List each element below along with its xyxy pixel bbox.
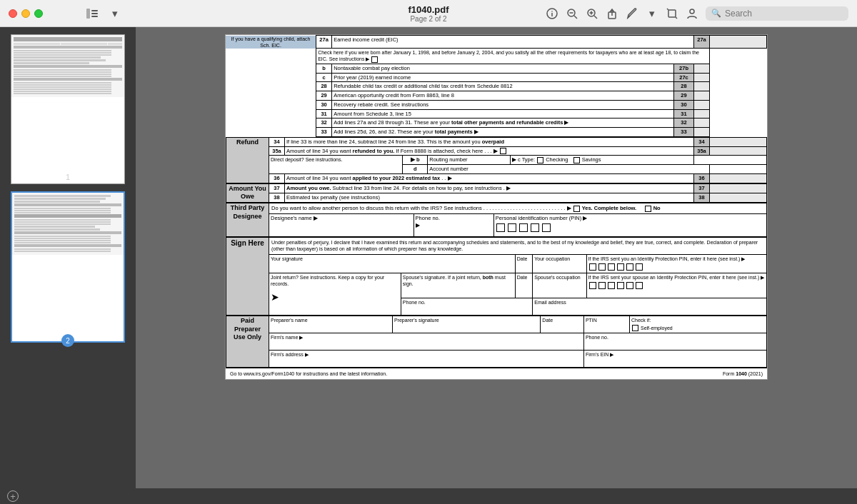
email-field[interactable]: Email address: [533, 298, 767, 315]
line-27b-entry: [694, 64, 710, 73]
spacer-8: [226, 119, 316, 128]
spouse-ip-pin-box-2[interactable]: [598, 282, 606, 289]
firm-address-field[interactable]: Firm's address ▶: [269, 351, 584, 368]
pin-box-3[interactable]: [519, 223, 528, 232]
ip-pin-box-3[interactable]: [608, 263, 615, 271]
share-icon[interactable]: [606, 7, 618, 20]
firm-ein-field[interactable]: Firm's EIN ▶: [583, 351, 766, 368]
line-b-label: ▶ b: [403, 156, 428, 165]
no-third-party-checkbox[interactable]: [645, 206, 651, 212]
eic-check-text: Check here if you were born after Januar…: [316, 49, 710, 64]
pin-box-2[interactable]: [508, 223, 516, 232]
pen-icon[interactable]: [626, 7, 638, 20]
chevron-down-icon[interactable]: ▾: [109, 7, 121, 20]
document-area[interactable]: If you have a qualifying child, attach S…: [136, 27, 857, 488]
line-32-box: 32: [674, 119, 694, 128]
spouse-ip-pin-box-5[interactable]: [626, 282, 633, 289]
spouse-ip-pin-box-4[interactable]: [617, 282, 624, 289]
savings-checkbox[interactable]: [573, 157, 580, 163]
line-32-entry: [694, 119, 710, 128]
spouse-occupation-field[interactable]: Spouse's occupation: [533, 273, 586, 298]
line-27c-entry: [694, 73, 710, 82]
svg-rect-17: [668, 10, 676, 17]
main-content: 1: [0, 27, 857, 488]
titlebar-center: f1040.pdf Page 2 of 2: [408, 4, 448, 23]
minimize-button[interactable]: [21, 9, 30, 18]
search-box[interactable]: 🔍: [706, 6, 848, 21]
line-27a-num: 27a: [316, 36, 332, 49]
svg-line-11: [594, 16, 597, 19]
zoom-in-icon[interactable]: [586, 7, 598, 20]
date-field-2[interactable]: Date: [515, 273, 533, 298]
your-signature-field[interactable]: Your signature: [269, 254, 516, 273]
info-icon[interactable]: [546, 7, 558, 20]
line-27b-box-label: 27b: [674, 64, 694, 73]
phone-field[interactable]: Phone no.: [401, 298, 532, 315]
line-28-box: 28: [674, 82, 694, 91]
close-button[interactable]: [9, 9, 17, 18]
page-1-thumbnail[interactable]: 1: [11, 34, 125, 184]
footer-link: Go to www.irs.gov/Form1040 for instructi…: [230, 371, 387, 376]
ip-pin-box-6[interactable]: [636, 263, 643, 271]
line-34-box: 34: [694, 137, 710, 146]
spouse-ip-pin-box-1[interactable]: [589, 282, 596, 289]
pin-box-1[interactable]: [496, 223, 505, 232]
fullscreen-button[interactable]: [34, 9, 43, 18]
form-number: Form 1040 (2021): [723, 371, 763, 376]
check-if-field: Check if: Self-employed: [630, 316, 767, 333]
line-36-box: 36: [694, 173, 710, 183]
routing-num-label: Routing number: [428, 156, 511, 165]
search-input[interactable]: [725, 9, 843, 19]
preparer-date-field[interactable]: Date: [541, 316, 584, 333]
spacer-10: [269, 165, 403, 174]
preparer-name-field[interactable]: Preparer's name: [269, 316, 393, 333]
preparer-sig-field[interactable]: Preparer's signature: [392, 316, 540, 333]
spouse-ip-pin-box-6[interactable]: [636, 282, 643, 289]
form-8888-checkbox[interactable]: [500, 148, 506, 154]
chevron-down-pen-icon[interactable]: ▾: [646, 7, 658, 20]
line-27a-box-num: 27a: [694, 36, 710, 49]
ptin-field[interactable]: PTIN: [583, 316, 629, 333]
ip-pin-box-5[interactable]: [626, 263, 633, 271]
yes-third-party-checkbox[interactable]: [573, 206, 580, 212]
ip-pin-box-4[interactable]: [617, 263, 624, 271]
person-icon[interactable]: [686, 7, 698, 20]
firm-name-field[interactable]: Firm's name ▶: [269, 333, 584, 350]
page-2-preview: [12, 193, 124, 328]
line-36-num: 36: [269, 173, 285, 183]
svg-point-20: [690, 9, 694, 14]
line-32-desc: Add lines 27a and 28 through 31. These a…: [332, 119, 674, 128]
irs-pin-field-1: If the IRS sent you an Identity Protecti…: [586, 254, 766, 273]
line-37-desc: Amount you owe. Subtract line 33 from li…: [285, 183, 694, 193]
add-button[interactable]: +: [7, 490, 19, 502]
line-38-box: 38: [694, 193, 710, 202]
third-party-question: Do you want to allow another person to d…: [269, 203, 767, 214]
spouse-ip-pin-box-3[interactable]: [608, 282, 615, 289]
eic-checkbox[interactable]: [371, 56, 378, 63]
sidebar-toggle-button[interactable]: [86, 7, 99, 20]
self-employed-checkbox[interactable]: [632, 325, 638, 331]
zoom-out-icon[interactable]: [566, 7, 578, 20]
crop-icon[interactable]: [666, 7, 678, 20]
date-field-1[interactable]: Date: [515, 254, 533, 273]
spacer-6: [226, 100, 316, 109]
spouse-sig-field[interactable]: Spouse's signature. If a joint return, b…: [401, 273, 515, 298]
line-35a-box: 35a: [694, 146, 710, 156]
line-31-box: 31: [674, 109, 694, 119]
firm-phone-field[interactable]: Phone no.: [583, 333, 766, 350]
occupation-field-1[interactable]: Your occupation: [533, 254, 586, 273]
svg-rect-2: [91, 13, 98, 14]
line-27a-desc: Earned income credit (EIC): [332, 36, 694, 49]
amount-you-owe-section-label: Amount You Owe: [226, 183, 269, 202]
line-27a-entry: [710, 36, 767, 49]
line-33-entry: [694, 128, 710, 137]
ip-pin-box-2[interactable]: [598, 263, 606, 271]
pin-box-5[interactable]: [542, 223, 551, 232]
pin-box-4[interactable]: [531, 223, 539, 232]
ip-pin-box-1[interactable]: [589, 263, 596, 271]
line-33-desc: Add lines 25d, 26, and 32. These are you…: [332, 128, 674, 137]
line-27c-box-label: 27c: [674, 73, 694, 82]
third-party-section-label: Third Party Designee: [226, 203, 269, 237]
page-2-thumbnail[interactable]: 2 2: [11, 191, 125, 343]
checking-checkbox[interactable]: [537, 157, 543, 163]
